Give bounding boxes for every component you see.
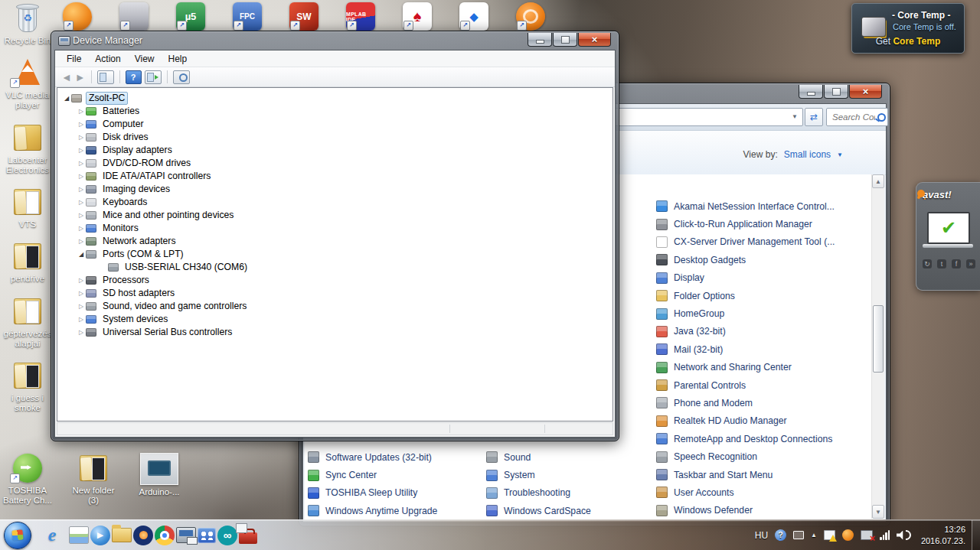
chevron-down-icon[interactable]: ▼ [837, 151, 843, 158]
vertical-scrollbar[interactable]: ▲ ▼ [871, 174, 884, 519]
volume-icon[interactable] [897, 530, 911, 540]
cp-item-folder-options[interactable]: Folder Options [656, 287, 835, 304]
cp-item-windows-defender[interactable]: Windows Defender [656, 502, 835, 519]
search-input[interactable] [831, 112, 877, 122]
cp-item-software-updates[interactable]: Software Updates (32-bit) [308, 448, 437, 466]
cp-item-system[interactable]: System [486, 466, 591, 483]
taskbar-arduino-button[interactable]: ∞ [217, 526, 237, 545]
action-center-icon[interactable] [824, 530, 835, 540]
cp-item-akamai[interactable]: Akamai NetSession Interface Control... [656, 197, 835, 215]
taskbar-paint-button[interactable] [69, 526, 89, 544]
window-tray-icon[interactable] [793, 531, 804, 539]
tree-expander-icon[interactable]: ▷ [77, 121, 86, 128]
tree-expander-icon[interactable]: ▷ [77, 186, 86, 193]
cp-item-troubleshooting[interactable]: Troubleshooting [486, 484, 591, 502]
mplab-ide-shortcut-icon[interactable]: MPLAB IDE ↗ [346, 2, 375, 31]
help-icon[interactable]: ? [126, 70, 142, 84]
taskbar-audacity-button[interactable] [133, 526, 153, 545]
close-button[interactable]: × [849, 85, 882, 99]
taskbar-chrome-button[interactable] [155, 526, 175, 545]
tree-item-display-adapters[interactable]: ▷ Display adapters [59, 144, 612, 157]
cp-item-phone-modem[interactable]: Phone and Modem [656, 394, 835, 412]
tree-expander-icon[interactable]: ▷ [77, 316, 86, 323]
desktop-icon-toshiba-battery[interactable]: ↗ TOSHIBA Battery Ch... [2, 453, 54, 506]
fpc-shortcut-icon[interactable]: FPC ↗ [233, 2, 262, 31]
cp-item-homegroup[interactable]: HomeGroup [656, 304, 835, 322]
tree-item-imaging-devices[interactable]: ▷ Imaging devices [59, 183, 612, 196]
minimize-button[interactable] [528, 33, 552, 47]
tree-item-disk-drives[interactable]: ▷ Disk drives [59, 131, 612, 144]
cp-item-sound[interactable]: Sound [486, 448, 591, 466]
tree-item-network-adapters[interactable]: ▷ Network adapters [59, 235, 612, 248]
desktop-icon-arduino-photo[interactable]: Arduino-... [133, 453, 185, 506]
tree-expander-icon[interactable]: ▷ [77, 212, 86, 219]
tree-expander-icon[interactable]: ◢ [62, 95, 71, 102]
taskbar-control-panel-button[interactable] [198, 528, 216, 543]
scrollbar-thumb[interactable] [873, 305, 884, 373]
cp-item-network-sharing-center[interactable]: Network and Sharing Center [656, 359, 835, 376]
clock[interactable]: 13:26 2016.07.23. [918, 524, 965, 547]
cp-item-sync-center[interactable]: Sync Center [308, 466, 437, 483]
taskbar-device-manager-button[interactable] [176, 527, 196, 543]
tree-item-keyboards[interactable]: ▷ Keyboards [59, 196, 612, 209]
tree-expander-icon[interactable]: ▷ [77, 225, 86, 232]
back-icon[interactable]: ◄ [61, 72, 72, 83]
forward-icon[interactable]: ► [75, 72, 86, 83]
tree-expander-icon[interactable]: ▷ [77, 160, 86, 167]
core-temp-gadget[interactable]: - Core Temp - Core Temp is off. Get Core… [851, 3, 965, 54]
tree-item-mice[interactable]: ▷ Mice and other pointing devices [59, 209, 612, 222]
desktop-icon-new-folder-3[interactable]: New folder (3) [67, 453, 119, 506]
language-indicator[interactable]: HU [755, 530, 768, 541]
tree-expander-icon[interactable]: ▷ [77, 290, 86, 297]
cp-item-toshiba-sleep-utility[interactable]: TOSHIBA Sleep Utility [308, 484, 437, 502]
tree-expander-icon[interactable]: ▷ [77, 108, 86, 115]
show-hidden-icons[interactable]: ▲ [811, 532, 817, 539]
tree-item-system-devices[interactable]: ▷ System devices [59, 313, 612, 326]
tree-expander-icon[interactable]: ▷ [77, 277, 86, 284]
help-tray-icon[interactable]: ? [775, 529, 786, 541]
network-signal-icon[interactable] [880, 530, 890, 540]
menu-help[interactable]: Help [162, 52, 194, 66]
desktop-icon-pendrive[interactable]: pendrive [2, 241, 54, 284]
maximize-button[interactable] [824, 85, 848, 99]
desktop-icon-geptervezes[interactable]: géptervezés alapjai [2, 296, 54, 349]
cp-item-desktop-gadgets[interactable]: Desktop Gadgets [656, 251, 835, 268]
scroll-up-icon[interactable]: ▲ [872, 174, 884, 188]
show-desktop-button[interactable] [972, 520, 980, 550]
tree-item-sound-video-game[interactable]: ▷ Sound, video and game controllers [59, 300, 612, 313]
avast-social-icons[interactable]: ↻ t f » [923, 259, 975, 268]
cp-item-remoteapp[interactable]: RemoteApp and Desktop Connections [656, 430, 835, 447]
cp-item-click-to-run[interactable]: Click-to-Run Application Manager [656, 215, 835, 233]
tree-item-processors[interactable]: ▷ Processors [59, 274, 612, 287]
core-temp-get-link[interactable]: Get Core Temp [852, 36, 964, 47]
scroll-down-icon[interactable]: ▼ [872, 505, 884, 519]
tree-item-usb-serial-ch340-com6[interactable]: USB-SERIAL CH340 (COM6) [59, 261, 612, 274]
avast-panel[interactable]: avast! ✔ ↻ t f » [916, 182, 980, 291]
tree-item-computer[interactable]: ▷ Computer [59, 118, 612, 131]
tree-expander-icon[interactable]: ▷ [77, 134, 86, 141]
taskbar-wmp-button[interactable]: ▶ [90, 526, 110, 545]
tree-expander-icon[interactable]: ▷ [77, 173, 86, 180]
minimize-button[interactable] [799, 85, 823, 99]
desktop-icon-recycle-bin[interactable]: ♻ Recycle Bin [2, 3, 54, 46]
cp-item-speech-recognition[interactable]: Speech Recognition [656, 447, 835, 465]
menu-view[interactable]: View [128, 52, 162, 66]
cp-item-taskbar-start-menu[interactable]: Taskbar and Start Menu [656, 466, 835, 483]
desktop-icon-i-guess-i-smoke[interactable]: i guess i smoke [2, 360, 54, 413]
cp-item-realtek-hd-audio[interactable]: Realtek HD Audio Manager [656, 412, 835, 430]
avast-shortcut-icon[interactable]: ↗ [63, 2, 92, 31]
taskbar-explorer-button[interactable] [112, 528, 132, 542]
pokerstars-shortcut-icon[interactable]: ♠ ↗ [403, 2, 432, 31]
orange-wheel-shortcut-icon[interactable]: ↗ [516, 2, 545, 31]
cp-item-display[interactable]: Display [656, 269, 835, 287]
taskbar-ie-button[interactable]: e [37, 522, 67, 548]
cp-item-java[interactable]: Java (32-bit) [656, 323, 835, 340]
search-box[interactable] [826, 108, 888, 126]
tree-item-usb-controllers[interactable]: ▷ Universal Serial Bus controllers [59, 326, 612, 339]
cp-item-windows-anytime-upgrade[interactable]: Windows Anytime Upgrade [308, 502, 437, 519]
cp-item-mail[interactable]: Mail (32-bit) [656, 340, 835, 358]
keil-uvision5-shortcut-icon[interactable]: µ5 ↗ [176, 2, 205, 31]
scan-hardware-changes-icon[interactable] [173, 70, 190, 84]
tree-item-sd-host-adapters[interactable]: ▷ SD host adapters [59, 287, 612, 300]
tree-expander-icon[interactable]: ▷ [77, 329, 86, 336]
